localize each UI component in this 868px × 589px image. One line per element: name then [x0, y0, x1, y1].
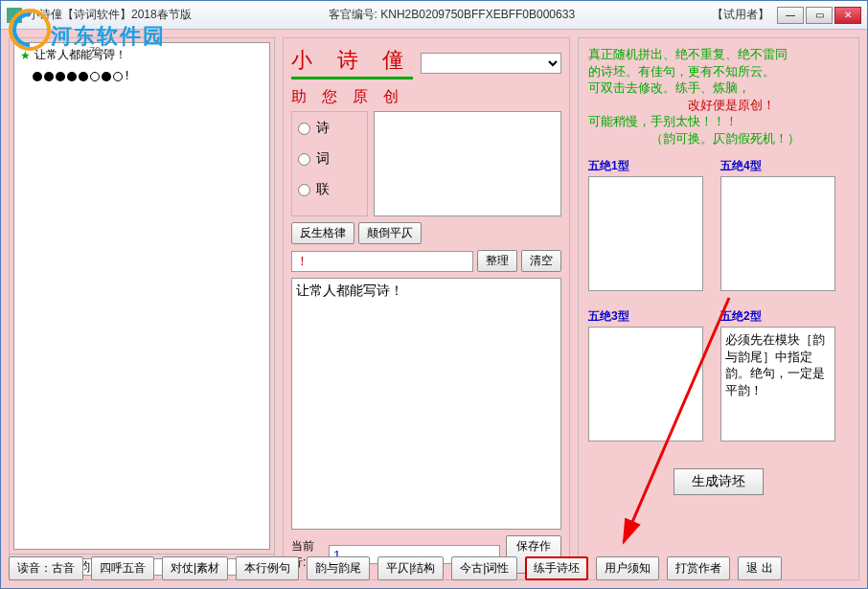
list-item[interactable]: ★ 让常人都能写诗！	[14, 43, 269, 67]
center-panel: 小 诗 僮 助 您 原 创 诗 词 联 反生格律 颠倒平仄 整理 清空	[283, 37, 570, 580]
btn-yunwei[interactable]: 韵与韵尾	[307, 556, 370, 580]
list-item-label: 让常人都能写诗！	[34, 47, 126, 63]
star-icon: ★	[20, 49, 31, 62]
poem-grid: 五绝1型 五绝4型 五绝3型 五绝2型 必须先在模块［韵与韵尾］中指定韵。绝句，…	[588, 158, 849, 442]
customer-id: 客官编号: KNH2B0209750BFFXEBFF0B000633	[192, 7, 712, 23]
generate-button[interactable]: 生成诗坯	[674, 468, 764, 495]
btn-lianshou[interactable]: 练手诗坯	[525, 556, 588, 580]
subtitle: 助 您 原 创	[291, 87, 561, 107]
app-name: 小 诗 僮	[291, 46, 413, 79]
pattern-box[interactable]	[374, 111, 561, 216]
tips-text: 真正随机拼出、绝不重复、绝不雷同 的诗坯。有佳句，更有不知所云。 可双击去修改。…	[588, 46, 849, 147]
poem-box-1[interactable]	[588, 176, 703, 291]
close-button[interactable]: ✕	[834, 7, 861, 24]
btn-xuzhi[interactable]: 用户须知	[596, 556, 659, 580]
poem-list[interactable]: ★ 让常人都能写诗！ !	[13, 42, 270, 550]
btn-sihu[interactable]: 四呼五音	[91, 556, 154, 580]
trial-badge: 【试用者】	[712, 7, 769, 23]
btn-diandao[interactable]: 颠倒平仄	[358, 222, 422, 244]
line-input[interactable]	[291, 251, 473, 272]
radio-ci[interactable]: 词	[298, 150, 361, 168]
btn-duizhang[interactable]: 对仗|素材	[162, 556, 228, 580]
poem-box-3[interactable]	[588, 327, 703, 442]
maximize-button[interactable]: ▭	[806, 7, 833, 24]
right-panel: 真正随机拼出、绝不重复、绝不雷同 的诗坯。有佳句，更有不知所云。 可双击去修改。…	[578, 37, 859, 580]
poem-box-2[interactable]	[720, 176, 835, 291]
title-combo[interactable]	[421, 53, 561, 74]
poem-cell-1: 五绝1型	[588, 158, 703, 291]
poem-cell-4: 五绝2型 必须先在模块［韵与韵尾］中指定韵。绝句，一定是平韵！	[720, 308, 835, 442]
btn-duyin[interactable]: 读音：古音	[9, 556, 83, 580]
tone-pattern: !	[14, 67, 269, 86]
app-icon	[7, 8, 22, 23]
btn-fansheng[interactable]: 反生格律	[291, 222, 354, 244]
btn-liju[interactable]: 本行例句	[236, 556, 299, 580]
main-textarea[interactable]: 让常人都能写诗！	[291, 278, 561, 530]
btn-exit[interactable]: 退 出	[738, 556, 781, 580]
app-window: 小诗僮【诗词软件】2018春节版 客官编号: KNH2B0209750BFFXE…	[0, 0, 868, 589]
radio-lian[interactable]: 联	[298, 181, 361, 198]
type-radio-group: 诗 词 联	[291, 111, 368, 216]
radio-shi[interactable]: 诗	[298, 120, 361, 137]
btn-dashang[interactable]: 打赏作者	[667, 556, 730, 580]
minimize-button[interactable]: —	[777, 7, 804, 24]
btn-jingu[interactable]: 今古|词性	[451, 556, 517, 580]
btn-qingkong[interactable]: 清空	[521, 250, 561, 272]
poem-cell-2: 五绝4型	[720, 158, 835, 291]
titlebar: 小诗僮【诗词软件】2018春节版 客官编号: KNH2B0209750BFFXE…	[1, 1, 867, 30]
bottom-toolbar: 读音：古音 四呼五音 对仗|素材 本行例句 韵与韵尾 平仄|结构 今古|词性 练…	[9, 556, 859, 580]
left-panel: ★ 让常人都能写诗！ ! 韵表:	[9, 37, 275, 580]
poem-box-4[interactable]: 必须先在模块［韵与韵尾］中指定韵。绝句，一定是平韵！	[720, 327, 835, 442]
window-title: 小诗僮【诗词软件】2018春节版	[28, 7, 192, 23]
poem-cell-3: 五绝3型	[588, 308, 703, 442]
btn-zhengli[interactable]: 整理	[477, 250, 517, 272]
btn-pingze[interactable]: 平仄|结构	[377, 556, 444, 580]
main-area: ★ 让常人都能写诗！ ! 韵表: 小 诗 僮 助 您 原 创 诗	[1, 30, 867, 588]
